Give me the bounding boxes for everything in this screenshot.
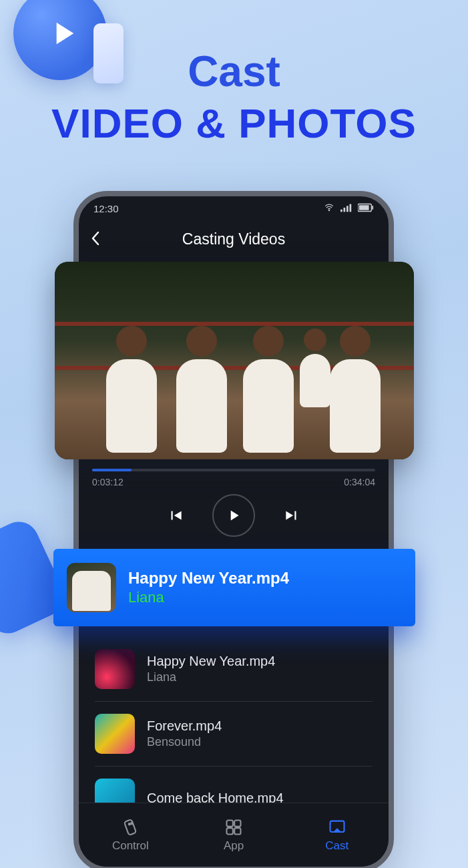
list-item[interactable]: Forever.mp4 Bensound xyxy=(95,702,373,767)
svg-rect-8 xyxy=(124,819,136,835)
nav-app[interactable]: App xyxy=(182,803,286,867)
svg-rect-1 xyxy=(340,210,342,212)
now-playing-thumbnail xyxy=(67,563,116,612)
progress-bar[interactable] xyxy=(92,469,375,471)
video-subtitle: Liana xyxy=(147,670,275,684)
svg-point-0 xyxy=(328,210,329,211)
svg-rect-2 xyxy=(344,208,346,212)
video-list: Happy New Year.mp4 Liana Forever.mp4 Ben… xyxy=(79,637,389,831)
svg-rect-3 xyxy=(346,206,348,212)
screen-title: Casting Videos xyxy=(91,230,377,248)
svg-rect-4 xyxy=(350,204,352,212)
svg-point-9 xyxy=(129,823,130,825)
time-elapsed: 0:03:12 xyxy=(92,477,124,487)
nav-control[interactable]: Control xyxy=(79,803,182,867)
battery-icon xyxy=(358,203,374,214)
headline-line2: VIDEO & PHOTOS xyxy=(0,99,468,147)
player-controls: 0:03:12 0:34:04 xyxy=(79,469,389,537)
video-thumbnail xyxy=(95,649,135,689)
now-playing-artist: Liana xyxy=(128,589,289,606)
previous-button[interactable] xyxy=(167,507,184,524)
svg-rect-6 xyxy=(359,205,369,210)
svg-rect-13 xyxy=(227,828,233,834)
signal-icon xyxy=(340,203,353,214)
svg-rect-11 xyxy=(227,820,233,826)
status-time: 12:30 xyxy=(93,203,119,214)
now-playing-title: Happy New Year.mp4 xyxy=(128,569,289,588)
time-duration: 0:34:04 xyxy=(344,477,375,487)
nav-label: Control xyxy=(112,839,149,853)
screen-header: Casting Videos xyxy=(79,217,389,255)
video-title: Happy New Year.mp4 xyxy=(147,654,275,669)
nav-cast[interactable]: Cast xyxy=(285,803,389,867)
video-preview[interactable] xyxy=(55,262,414,459)
nav-label: App xyxy=(224,839,244,853)
next-button[interactable] xyxy=(283,507,300,524)
wifi-icon xyxy=(323,203,335,214)
status-bar: 12:30 xyxy=(79,196,389,217)
nav-label: Cast xyxy=(325,839,348,853)
video-subtitle: Bensound xyxy=(147,735,222,749)
list-item[interactable]: Happy New Year.mp4 Liana xyxy=(95,637,373,702)
bottom-nav: Control App Cast xyxy=(79,803,389,867)
svg-rect-12 xyxy=(234,820,240,826)
headline-line1: Cast xyxy=(0,47,468,96)
video-thumbnail xyxy=(95,714,135,754)
page-headline: Cast VIDEO & PHOTOS xyxy=(0,47,468,147)
svg-rect-14 xyxy=(234,828,240,834)
svg-rect-7 xyxy=(372,206,373,210)
now-playing-card[interactable]: Happy New Year.mp4 Liana xyxy=(53,549,415,626)
svg-point-10 xyxy=(131,823,132,824)
play-button[interactable] xyxy=(212,494,255,537)
video-title: Forever.mp4 xyxy=(147,718,222,734)
